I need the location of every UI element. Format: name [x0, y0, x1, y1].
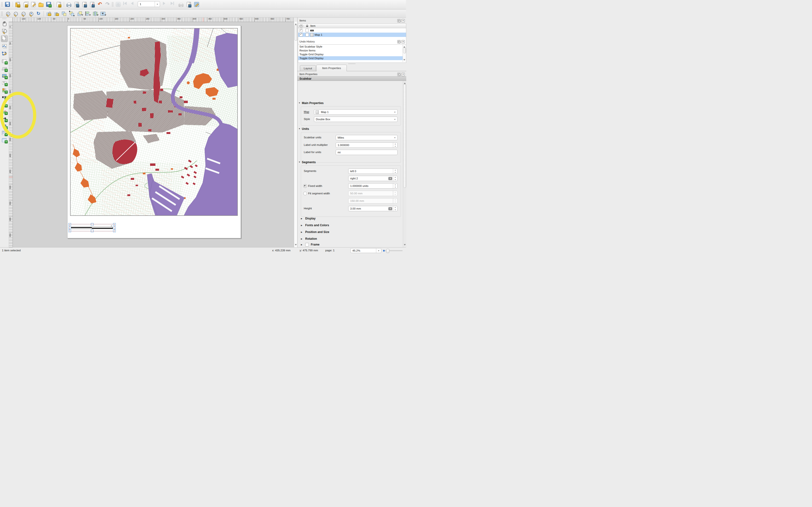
atlas-settings-button[interactable] [193, 1, 200, 8]
clear-value-icon[interactable]: ✕ [388, 207, 392, 210]
spin-buttons[interactable]: ▲▼ [393, 169, 397, 174]
undo-panel-float-button[interactable] [397, 40, 401, 44]
height-spinbox[interactable]: 3.00 mm ✕ ▲▼ [348, 206, 398, 211]
clear-value-icon[interactable]: ✕ [388, 177, 392, 180]
distribute-items-button[interactable] [91, 10, 99, 17]
export-as-image-button[interactable] [73, 1, 80, 8]
pan-layout-tool[interactable] [1, 20, 8, 27]
preview-atlas-button[interactable] [114, 1, 122, 8]
add-3d-map-tool[interactable]: + [1, 65, 8, 72]
section-rotation[interactable]: ▶Rotation [301, 236, 400, 242]
scroll-up-arrow-icon[interactable] [404, 81, 406, 84]
section-segments[interactable]: ▼ Segments [302, 161, 316, 164]
resize-items-button[interactable] [99, 10, 106, 17]
fixed-width-radio[interactable] [303, 184, 307, 188]
spin-buttons[interactable]: ▲▼ [393, 183, 397, 188]
fit-segment-width-radio[interactable] [303, 192, 307, 195]
section-main-properties[interactable]: ▼ Main Properties [302, 101, 323, 105]
section-display[interactable]: ▶Display [301, 216, 400, 221]
segments-right-spinbox[interactable]: right 2 ✕ ▲▼ [348, 176, 398, 181]
add-arrow-tool[interactable]: + [1, 115, 8, 122]
spin-buttons[interactable]: ▲▼ [393, 143, 397, 148]
print-atlas-button[interactable] [177, 1, 185, 8]
first-feature-button[interactable] [122, 1, 130, 8]
section-position-and-size[interactable]: ▶Position and Size [301, 229, 400, 235]
items-row[interactable]: Map 1 [298, 33, 406, 37]
scroll-down-arrow-icon[interactable] [295, 244, 297, 246]
add-north-arrow-tool[interactable]: + [1, 101, 8, 107]
add-map-tool[interactable]: + [1, 58, 8, 64]
item-lock-checkbox[interactable] [305, 29, 309, 32]
add-scalebar-tool[interactable]: + [1, 94, 8, 101]
new-layout-button[interactable] [14, 1, 21, 8]
properties-scrollbar-thumb[interactable] [403, 84, 406, 188]
selection-handle[interactable] [113, 223, 116, 226]
map-combobox[interactable]: Map 1 ▼ [314, 109, 398, 115]
undo-history-entry[interactable]: Resize Items [298, 49, 406, 52]
undo-panel-close-button[interactable]: ✕ [401, 40, 405, 44]
add-node-item-tool[interactable]: + [1, 123, 8, 129]
items-panel-close-button[interactable]: ✕ [401, 19, 405, 22]
item-visibility-checkbox[interactable] [299, 29, 303, 32]
next-feature-button[interactable] [162, 1, 169, 8]
save-as-template-button[interactable] [45, 1, 52, 8]
fixed-width-spinbox[interactable]: 1.000000 units ▲▼ [348, 183, 398, 188]
redo-button[interactable]: ↶ [104, 1, 111, 8]
add-html-tool[interactable]: </>+ [1, 129, 8, 136]
zoom-actual-button[interactable] [19, 10, 27, 17]
export-as-pdf-button[interactable] [89, 1, 96, 8]
move-item-content-tool[interactable] [1, 43, 8, 50]
ungroup-items-button[interactable] [68, 10, 75, 17]
refresh-view-button[interactable]: ↻ [35, 10, 42, 17]
atlas-page-combobox[interactable]: 1▼ [138, 1, 160, 7]
layout-page[interactable]: 2 [67, 25, 241, 238]
add-shape-tool[interactable]: + [1, 108, 8, 115]
section-fonts-and-colors[interactable]: ▶Fonts and Colors [301, 222, 400, 228]
zoom-out-button[interactable] [12, 10, 19, 17]
edit-nodes-item-tool[interactable] [1, 50, 8, 57]
undo-history-entry[interactable]: Toggle Grid Display [298, 56, 406, 60]
segments-left-spinbox[interactable]: left 0 ▲▼ [348, 169, 398, 174]
frame-enable-checkbox[interactable] [305, 243, 309, 246]
label-unit-multiplier-spinbox[interactable]: 1.000000 ▲▼ [336, 143, 398, 148]
undo-list-scrollbar[interactable] [403, 45, 406, 62]
add-legend-tool[interactable]: + [1, 87, 8, 94]
spin-buttons[interactable]: ▲▼ [393, 206, 397, 211]
export-as-svg-button[interactable] [81, 1, 88, 8]
items-panel-float-button[interactable] [397, 19, 401, 22]
selection-handle[interactable] [91, 230, 94, 232]
zoom-full-button[interactable] [27, 10, 34, 17]
add-label-tool[interactable]: T+ [1, 79, 8, 86]
map-item[interactable] [70, 28, 238, 216]
selection-handle[interactable] [68, 230, 71, 232]
scalebar-units-combobox[interactable]: Miles ▼ [336, 135, 398, 140]
align-items-button[interactable] [84, 10, 91, 17]
section-units[interactable]: ▼ Units [302, 127, 309, 131]
scroll-down-arrow-icon[interactable] [403, 59, 405, 62]
add-items-from-template-button[interactable] [55, 1, 62, 8]
unlock-items-button[interactable] [53, 10, 60, 17]
group-items-button[interactable] [60, 10, 68, 17]
panel-splitter[interactable] [348, 63, 355, 64]
label-for-units-input[interactable]: mi [336, 150, 398, 155]
select-move-item-tool[interactable] [1, 35, 8, 42]
selection-handle[interactable] [113, 230, 116, 232]
layout-canvas[interactable]: 2 [12, 22, 294, 247]
save-project-button[interactable] [4, 1, 11, 8]
selection-handle[interactable] [68, 223, 71, 226]
export-atlas-button[interactable] [185, 1, 192, 8]
undo-button[interactable]: ↶ [96, 1, 103, 8]
zoom-level-combobox[interactable]: 45.2% ▼ [350, 248, 382, 253]
zoom-region-tool[interactable] [1, 28, 8, 35]
duplicate-layout-button[interactable] [22, 1, 29, 8]
items-row[interactable] [298, 28, 406, 33]
tab-item-properties[interactable]: Item Properties [316, 65, 347, 71]
undo-history-entry[interactable]: Toggle Grid Display [298, 52, 406, 56]
tab-layout[interactable]: Layout [300, 65, 316, 71]
scalebar-item[interactable]: 2 [69, 224, 115, 231]
section-frame[interactable]: ▶Frame [301, 242, 400, 247]
print-layout-button[interactable] [65, 1, 72, 8]
item-properties-close-button[interactable]: ✕ [401, 73, 405, 76]
zoom-slider[interactable] [384, 250, 403, 251]
item-properties-float-button[interactable] [397, 73, 401, 76]
